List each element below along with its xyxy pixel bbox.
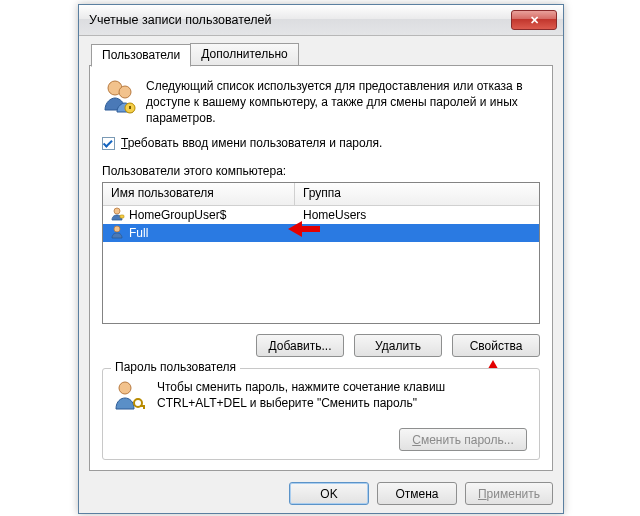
svg-rect-3 [129, 106, 131, 109]
users-icon [102, 78, 136, 127]
svg-point-7 [119, 382, 131, 394]
col-group[interactable]: Группа [295, 183, 539, 205]
users-list-label: Пользователи этого компьютера: [102, 164, 286, 178]
cell-username: Full [129, 226, 148, 240]
col-username[interactable]: Имя пользователя [103, 183, 295, 205]
require-login-checkbox[interactable] [102, 137, 115, 150]
client-area: Пользователи Дополнительно Следующий спи… [79, 36, 563, 513]
password-groupbox: Пароль пользователя Чтобы сменить пароль… [102, 368, 540, 460]
listview-header: Имя пользователя Группа [103, 183, 539, 206]
change-password-button: Сменить пароль... [399, 428, 527, 451]
require-login-row[interactable]: Требовать ввод имени пользователя и паро… [102, 136, 382, 150]
tab-users[interactable]: Пользователи [91, 44, 191, 67]
user-icon [111, 225, 125, 242]
remove-button[interactable]: Удалить [354, 334, 442, 357]
intro-text: Следующий список используется для предос… [146, 78, 540, 127]
ok-button[interactable]: OK [289, 482, 369, 505]
tab-advanced[interactable]: Дополнительно [190, 43, 298, 65]
user-accounts-dialog: Учетные записи пользователей ✕ Пользоват… [78, 4, 564, 514]
svg-rect-10 [143, 405, 145, 409]
cell-username: HomeGroupUser$ [129, 208, 226, 222]
svg-point-1 [119, 86, 131, 98]
window-title: Учетные записи пользователей [89, 13, 511, 27]
close-icon: ✕ [530, 14, 539, 27]
annotation-arrow-row [288, 218, 322, 240]
user-icon [111, 207, 125, 224]
require-login-label: Требовать ввод имени пользователя и паро… [121, 136, 382, 150]
tabpanel-users: Следующий список используется для предос… [89, 65, 553, 471]
svg-point-4 [114, 208, 120, 214]
svg-rect-5 [120, 215, 124, 218]
users-listview[interactable]: Имя пользователя Группа HomeGroupUser$ [102, 182, 540, 324]
titlebar[interactable]: Учетные записи пользователей ✕ [79, 5, 563, 36]
close-button[interactable]: ✕ [511, 10, 557, 30]
cancel-button[interactable]: Отмена [377, 482, 457, 505]
add-button[interactable]: Добавить... [256, 334, 344, 357]
user-key-icon [113, 379, 147, 449]
dialog-buttons: OK Отмена Применить [289, 482, 553, 505]
list-button-row: Добавить... Удалить Свойства [256, 334, 540, 357]
apply-button: Применить [465, 482, 553, 505]
svg-point-6 [114, 226, 120, 232]
intro-row: Следующий список используется для предос… [102, 78, 540, 127]
password-group-legend: Пароль пользователя [111, 360, 240, 374]
tabstrip: Пользователи Дополнительно [91, 43, 298, 65]
properties-button[interactable]: Свойства [452, 334, 540, 357]
